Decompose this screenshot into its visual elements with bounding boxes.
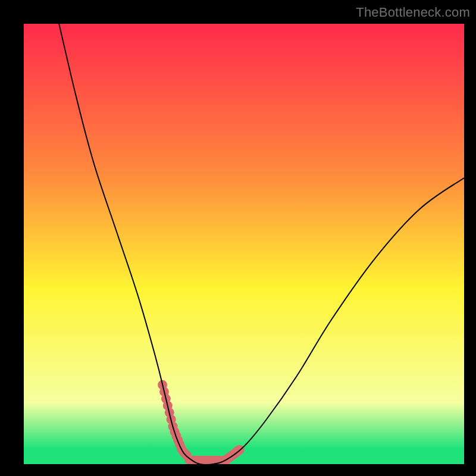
- attribution-watermark: TheBottleneck.com: [356, 5, 470, 20]
- gradient-rect: [24, 24, 464, 464]
- heat-gradient-background: [24, 24, 464, 464]
- plot-area: [24, 24, 464, 464]
